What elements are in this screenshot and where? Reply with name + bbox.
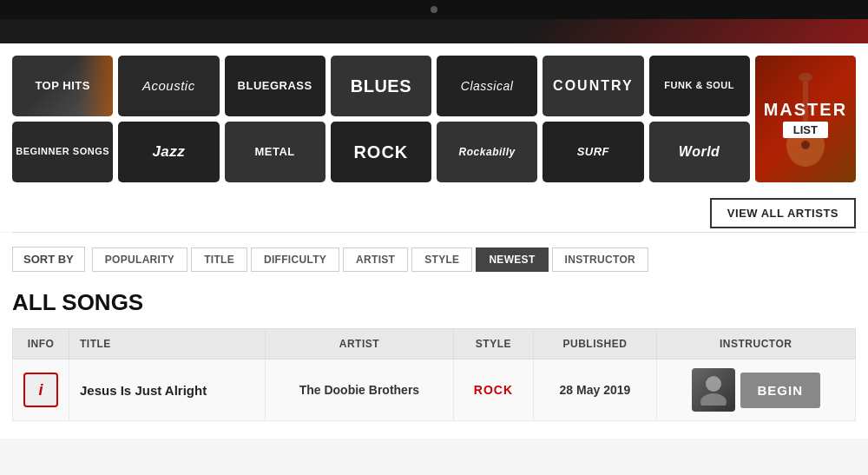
sort-bar: SORT BY POPULARITY TITLE DIFFICULTY ARTI… xyxy=(0,233,868,280)
svg-point-5 xyxy=(700,393,727,406)
genre-tile-blues[interactable]: Blues xyxy=(331,56,431,116)
genre-tile-surf[interactable]: Surf xyxy=(542,122,643,182)
table-row: i Jesus Is Just Alright The Doobie Broth… xyxy=(13,360,856,421)
genre-tile-rock[interactable]: ROCK xyxy=(331,122,431,182)
genre-label-country: COUNTRY xyxy=(553,77,634,94)
genre-section: TOP HITS Acoustic BLUEGRASS Blues Classi… xyxy=(0,43,868,189)
genre-tile-jazz[interactable]: Jazz xyxy=(118,122,219,182)
instructor-thumb-inner xyxy=(692,368,735,412)
table-header-row: INFO TITLE ARTIST STYLE PUBLISHED INSTRU… xyxy=(13,329,856,360)
master-content: MASTER LIST xyxy=(764,100,847,138)
top-bar xyxy=(0,0,868,19)
svg-point-3 xyxy=(801,141,810,149)
genre-tile-beginner[interactable]: BEGINNER SONGS xyxy=(12,122,113,182)
genre-label-beginner: BEGINNER SONGS xyxy=(16,146,109,157)
genre-label-jazz: Jazz xyxy=(152,143,185,161)
genre-label-world: World xyxy=(679,143,720,160)
instructor-thumbnail xyxy=(692,368,735,412)
sort-btn-artist[interactable]: ARTIST xyxy=(343,247,408,272)
info-icon-letter: i xyxy=(38,381,43,399)
col-header-info: INFO xyxy=(13,329,69,360)
sort-btn-popularity[interactable]: POPULARITY xyxy=(92,247,187,272)
svg-point-4 xyxy=(706,376,721,392)
all-songs-section: ALL SONGS INFO TITLE ARTIST STYLE PUBLIS… xyxy=(0,280,868,439)
sort-btn-newest[interactable]: NEWEST xyxy=(476,247,548,272)
genre-tile-bluegrass[interactable]: BLUEGRASS xyxy=(225,56,326,116)
svg-point-2 xyxy=(799,73,812,82)
style-badge: ROCK xyxy=(474,383,513,397)
song-artist-cell: The Doobie Brothers xyxy=(266,360,453,421)
genre-label-acoustic: Acoustic xyxy=(142,78,195,94)
genre-tile-rockabilly[interactable]: Rockabilly xyxy=(437,122,537,182)
song-style-cell: ROCK xyxy=(453,360,534,421)
genre-label-bluegrass: BLUEGRASS xyxy=(238,79,312,93)
published-date: 28 May 2019 xyxy=(560,383,631,397)
genre-tile-world[interactable]: World xyxy=(649,122,750,182)
top-bar-indicator xyxy=(431,6,437,13)
genre-grid: TOP HITS Acoustic BLUEGRASS Blues Classi… xyxy=(12,56,856,182)
master-badge: LIST xyxy=(783,122,828,138)
song-instructor-cell: BEGIN xyxy=(656,360,855,421)
genre-tile-classical[interactable]: Classical xyxy=(437,56,537,116)
begin-button[interactable]: BEGIN xyxy=(740,373,821,408)
all-songs-title: ALL SONGS xyxy=(12,289,856,316)
col-header-published: PUBLISHED xyxy=(534,329,656,360)
genre-tile-country[interactable]: COUNTRY xyxy=(542,56,643,116)
genre-label-rockabilly: Rockabilly xyxy=(459,146,516,158)
sort-btn-title[interactable]: TITLE xyxy=(191,247,247,272)
sort-btn-difficulty[interactable]: DIFFICULTY xyxy=(251,247,339,272)
song-title-cell: Jesus Is Just Alright xyxy=(69,360,266,421)
genre-label-top-hits: TOP HITS xyxy=(35,79,89,93)
sort-btn-instructor[interactable]: INSTRUCTOR xyxy=(552,247,648,272)
artist-name: The Doobie Brothers xyxy=(299,383,419,397)
genre-tile-acoustic[interactable]: Acoustic xyxy=(118,56,219,116)
info-cell: i xyxy=(13,360,69,421)
genre-label-blues: Blues xyxy=(351,76,411,96)
genre-tile-funk[interactable]: FUNK & SOUL xyxy=(649,56,750,116)
sort-by-label: SORT BY xyxy=(12,247,85,272)
master-label: MASTER xyxy=(764,100,847,120)
songs-table: INFO TITLE ARTIST STYLE PUBLISHED INSTRU… xyxy=(12,328,856,421)
view-artists-row: VIEW ALL ARTISTS xyxy=(0,189,868,232)
col-header-artist: ARTIST xyxy=(266,329,453,360)
view-all-artists-button[interactable]: VIEW ALL ARTISTS xyxy=(710,198,856,228)
genre-label-classical: Classical xyxy=(461,79,514,94)
genre-label-surf: Surf xyxy=(577,145,609,159)
sort-btn-style[interactable]: STYLE xyxy=(411,247,472,272)
genre-tile-metal[interactable]: METAL xyxy=(225,122,326,182)
genre-tile-master[interactable]: MASTER LIST xyxy=(755,56,856,182)
song-published-cell: 28 May 2019 xyxy=(534,360,656,421)
col-header-title: TITLE xyxy=(69,329,266,360)
genre-label-metal: METAL xyxy=(254,145,294,159)
genre-label-funk: FUNK & SOUL xyxy=(664,80,734,91)
genre-tile-top-hits[interactable]: TOP HITS xyxy=(12,56,113,116)
header-strip xyxy=(0,19,868,43)
info-icon-button[interactable]: i xyxy=(23,373,58,407)
instructor-cell: BEGIN xyxy=(667,368,845,412)
col-header-style: STYLE xyxy=(453,329,534,360)
col-header-instructor: INSTRUCTOR xyxy=(656,329,855,360)
genre-label-rock: ROCK xyxy=(353,142,408,162)
